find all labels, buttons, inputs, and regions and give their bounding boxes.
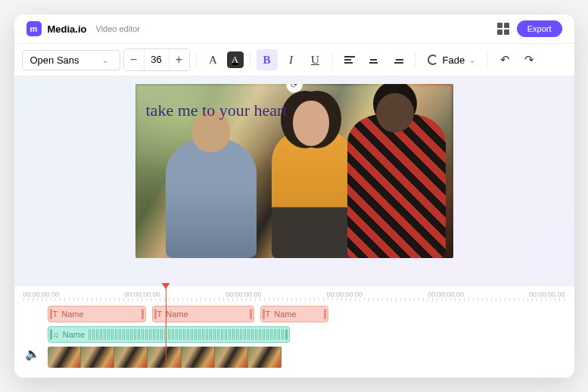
audio-track: ♫ Name	[48, 326, 565, 343]
caption-text-overlay[interactable]: take me to your heart	[146, 101, 288, 120]
video-thumbnail	[81, 347, 114, 368]
video-thumbnail	[215, 347, 248, 368]
separator	[415, 51, 415, 68]
text-color-button[interactable]: A	[203, 49, 224, 70]
redo-button[interactable]: ↷	[518, 49, 540, 70]
align-center-button[interactable]	[363, 49, 384, 70]
clip-handle-right[interactable]	[285, 329, 288, 340]
text-clip[interactable]: T Name	[48, 306, 146, 322]
underline-button[interactable]: U	[305, 49, 326, 70]
export-button[interactable]: Export	[517, 20, 562, 37]
clip-handle-right[interactable]	[142, 309, 144, 319]
timestamp: 00:00:00.00	[428, 291, 464, 298]
clip-label: Name	[63, 330, 85, 339]
text-toolbar: Open Sans ⌄ − 36 + A A B I U Fade ⌄ ↶ ↷	[14, 44, 574, 76]
separator	[250, 51, 250, 68]
video-track-row	[48, 347, 565, 368]
video-clip[interactable]	[48, 347, 282, 368]
brand-name: Media.io	[48, 23, 87, 35]
timestamp: 00:00:00.00	[23, 291, 60, 298]
time-ruler[interactable]: 00:00:00.00 00:00:00.00 00:00:00.00 00:0…	[14, 291, 574, 301]
speaker-icon[interactable]: 🔈	[25, 347, 39, 360]
logo-icon: m	[26, 21, 42, 36]
animation-icon	[428, 54, 438, 65]
font-family-select[interactable]: Open Sans ⌄	[22, 50, 120, 70]
align-left-button[interactable]	[339, 49, 360, 70]
chevron-down-icon: ⌄	[102, 56, 108, 64]
clip-handle-left[interactable]	[50, 309, 52, 319]
clip-label: Name	[166, 310, 188, 319]
animation-label: Fade	[443, 54, 465, 66]
separator	[487, 51, 488, 68]
video-thumbnail	[248, 347, 282, 368]
video-thumbnail	[114, 347, 148, 368]
video-thumbnail	[148, 347, 181, 368]
app-window: m Media.io Video editor Export Open Sans…	[14, 14, 574, 378]
header-bar: m Media.io Video editor Export	[14, 14, 574, 44]
clip-label: Name	[61, 310, 83, 319]
timestamp: 00:00:00.00	[226, 291, 262, 298]
separator	[196, 51, 197, 68]
clip-label: Name	[274, 310, 296, 319]
highlight-color-button[interactable]: A	[227, 51, 244, 68]
separator	[332, 51, 333, 68]
clip-handle-left[interactable]	[50, 329, 52, 340]
clip-handle-left[interactable]	[154, 309, 157, 319]
chevron-down-icon: ⌄	[469, 56, 475, 64]
apps-grid-icon[interactable]	[497, 23, 509, 35]
text-icon: T	[53, 310, 58, 319]
font-family-value: Open Sans	[30, 54, 79, 66]
font-size-stepper: − 36 +	[123, 48, 190, 71]
clip-handle-right[interactable]	[250, 309, 252, 319]
music-icon: ♫	[53, 330, 59, 339]
timestamp: 00:00:00.00	[124, 291, 160, 298]
preview-canvas[interactable]: ⟳ take me to your heart	[14, 76, 574, 285]
video-thumbnail	[182, 347, 215, 368]
italic-button[interactable]: I	[281, 49, 302, 70]
timestamp: 00:00:00.00	[327, 291, 363, 298]
clip-handle-left[interactable]	[263, 309, 265, 319]
video-thumbnail	[48, 347, 81, 368]
timeline-panel: 00:00:00.00 00:00:00.00 00:00:00.00 00:0…	[14, 285, 574, 378]
undo-button[interactable]: ↶	[494, 49, 515, 70]
audio-clip[interactable]: ♫ Name	[48, 326, 290, 343]
align-right-button[interactable]	[387, 49, 409, 70]
tracks-area: T Name T Name T Name	[14, 301, 574, 368]
text-clip[interactable]: T Name	[260, 306, 328, 322]
font-size-value[interactable]: 36	[144, 49, 170, 70]
text-icon: T	[266, 310, 271, 319]
animation-select[interactable]: Fade ⌄	[422, 51, 482, 69]
bold-button[interactable]: B	[257, 49, 278, 70]
decrease-size-button[interactable]: −	[124, 49, 144, 70]
playhead[interactable]	[166, 288, 166, 368]
text-clip[interactable]: T Name	[152, 306, 254, 322]
text-track: T Name T Name T Name	[48, 306, 565, 322]
timestamp: 00:00:00.00	[529, 291, 565, 298]
text-icon: T	[157, 310, 163, 319]
waveform	[89, 329, 284, 340]
clip-handle-right[interactable]	[324, 309, 326, 319]
increase-size-button[interactable]: +	[170, 49, 189, 70]
video-preview[interactable]: ⟳ take me to your heart	[135, 84, 453, 258]
app-subtitle: Video editor	[96, 24, 141, 33]
